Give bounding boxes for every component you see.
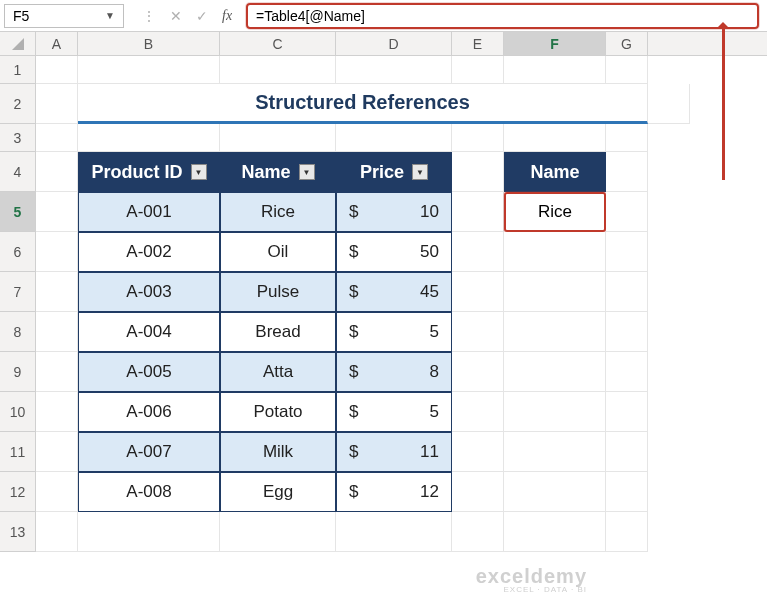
- th-product-id[interactable]: Product ID ▼: [78, 152, 220, 192]
- td-product-id[interactable]: A-007: [78, 432, 220, 472]
- td-name[interactable]: Rice: [220, 192, 336, 232]
- cell[interactable]: [36, 312, 78, 352]
- cell[interactable]: [36, 272, 78, 312]
- cell[interactable]: [504, 512, 606, 552]
- fx-icon[interactable]: fx: [222, 8, 232, 24]
- td-product-id[interactable]: A-003: [78, 272, 220, 312]
- cell[interactable]: [606, 56, 648, 84]
- cell[interactable]: [606, 312, 648, 352]
- td-product-id[interactable]: A-002: [78, 232, 220, 272]
- cell[interactable]: [504, 124, 606, 152]
- td-price[interactable]: $12: [336, 472, 452, 512]
- cell[interactable]: [78, 56, 220, 84]
- td-name[interactable]: Oil: [220, 232, 336, 272]
- cell[interactable]: [220, 512, 336, 552]
- cell[interactable]: [606, 512, 648, 552]
- page-title[interactable]: Structured References: [78, 84, 648, 124]
- td-name[interactable]: Bread: [220, 312, 336, 352]
- filter-dropdown-icon[interactable]: ▼: [191, 164, 207, 180]
- cell[interactable]: [452, 392, 504, 432]
- row-header[interactable]: 7: [0, 272, 36, 312]
- cell[interactable]: [648, 84, 690, 124]
- td-price[interactable]: $8: [336, 352, 452, 392]
- td-product-id[interactable]: A-005: [78, 352, 220, 392]
- row-header[interactable]: 11: [0, 432, 36, 472]
- cell[interactable]: [78, 512, 220, 552]
- result-cell[interactable]: Rice: [504, 192, 606, 232]
- filter-dropdown-icon[interactable]: ▼: [299, 164, 315, 180]
- col-header-d[interactable]: D: [336, 32, 452, 55]
- row-header[interactable]: 3: [0, 124, 36, 152]
- cell[interactable]: [452, 192, 504, 232]
- cell[interactable]: [36, 472, 78, 512]
- cell[interactable]: [36, 192, 78, 232]
- cell[interactable]: [36, 512, 78, 552]
- cell[interactable]: [504, 432, 606, 472]
- cell[interactable]: [452, 56, 504, 84]
- formula-input[interactable]: =Table4[@Name]: [246, 3, 759, 29]
- cell[interactable]: [452, 432, 504, 472]
- cell[interactable]: [452, 312, 504, 352]
- cell[interactable]: [606, 152, 648, 192]
- name-box[interactable]: F5 ▼: [4, 4, 124, 28]
- enter-icon[interactable]: ✓: [196, 8, 208, 24]
- th-price[interactable]: Price ▼: [336, 152, 452, 192]
- cell[interactable]: [452, 152, 504, 192]
- cell[interactable]: [504, 312, 606, 352]
- row-header[interactable]: 6: [0, 232, 36, 272]
- cell[interactable]: [36, 152, 78, 192]
- td-name[interactable]: Pulse: [220, 272, 336, 312]
- col-header-e[interactable]: E: [452, 32, 504, 55]
- select-all-corner[interactable]: [0, 32, 36, 55]
- td-product-id[interactable]: A-006: [78, 392, 220, 432]
- cell[interactable]: [504, 352, 606, 392]
- cell[interactable]: [606, 472, 648, 512]
- filter-dropdown-icon[interactable]: ▼: [412, 164, 428, 180]
- td-price[interactable]: $45: [336, 272, 452, 312]
- row-header[interactable]: 12: [0, 472, 36, 512]
- col-header-a[interactable]: A: [36, 32, 78, 55]
- cell[interactable]: [220, 124, 336, 152]
- cell[interactable]: [504, 272, 606, 312]
- cancel-icon[interactable]: ✕: [170, 8, 182, 24]
- cell[interactable]: [452, 472, 504, 512]
- td-price[interactable]: $11: [336, 432, 452, 472]
- cell[interactable]: [452, 124, 504, 152]
- cell[interactable]: [36, 232, 78, 272]
- cell[interactable]: [336, 512, 452, 552]
- col-header-c[interactable]: C: [220, 32, 336, 55]
- td-product-id[interactable]: A-004: [78, 312, 220, 352]
- cell[interactable]: [504, 232, 606, 272]
- td-price[interactable]: $10: [336, 192, 452, 232]
- td-name[interactable]: Milk: [220, 432, 336, 472]
- cell[interactable]: [36, 56, 78, 84]
- td-product-id[interactable]: A-008: [78, 472, 220, 512]
- cell[interactable]: [452, 352, 504, 392]
- row-header[interactable]: 13: [0, 512, 36, 552]
- cell[interactable]: [36, 352, 78, 392]
- cell[interactable]: [36, 124, 78, 152]
- cell[interactable]: [606, 124, 648, 152]
- row-header[interactable]: 10: [0, 392, 36, 432]
- cell[interactable]: [36, 432, 78, 472]
- side-header[interactable]: Name: [504, 152, 606, 192]
- cell[interactable]: [36, 84, 78, 124]
- cell[interactable]: [606, 392, 648, 432]
- cell[interactable]: [452, 512, 504, 552]
- col-header-g[interactable]: G: [606, 32, 648, 55]
- th-name[interactable]: Name ▼: [220, 152, 336, 192]
- col-header-f[interactable]: F: [504, 32, 606, 55]
- cell[interactable]: [504, 392, 606, 432]
- cell[interactable]: [36, 392, 78, 432]
- cell[interactable]: [336, 124, 452, 152]
- row-header[interactable]: 5: [0, 192, 36, 232]
- cell[interactable]: [606, 192, 648, 232]
- cell[interactable]: [504, 56, 606, 84]
- row-header[interactable]: 2: [0, 84, 36, 124]
- cell[interactable]: [606, 352, 648, 392]
- td-name[interactable]: Atta: [220, 352, 336, 392]
- row-header[interactable]: 9: [0, 352, 36, 392]
- cell[interactable]: [452, 272, 504, 312]
- cell[interactable]: [504, 472, 606, 512]
- cell[interactable]: [220, 56, 336, 84]
